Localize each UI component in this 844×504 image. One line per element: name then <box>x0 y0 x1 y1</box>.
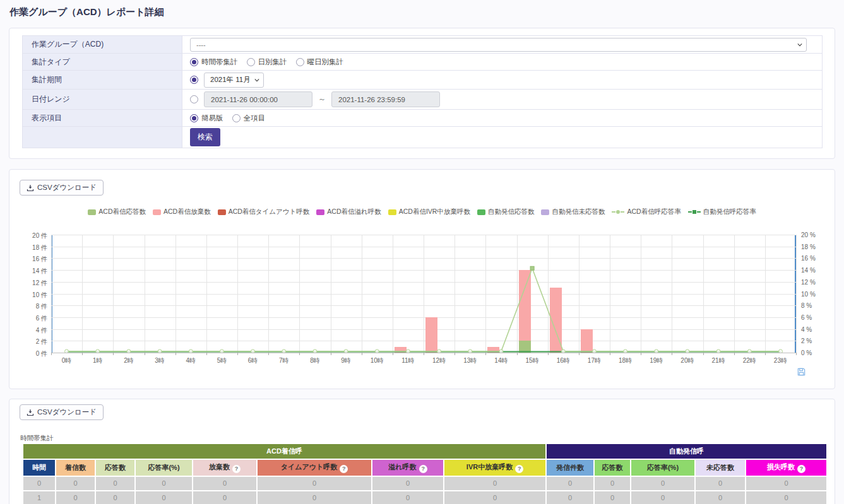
table-column-header: IVR中放棄呼数? <box>444 460 545 476</box>
chevron-down-icon <box>254 78 259 82</box>
table-csv-download-button[interactable]: CSVダウンロード <box>20 404 104 420</box>
table-column-header: 発信件数 <box>547 460 593 476</box>
legend-line-swatch <box>688 211 701 213</box>
chart-legend: ACD着信応答数ACD着信放棄数ACD着信タイムアウト呼数ACD着信溢れ呼数AC… <box>9 208 835 216</box>
radio-daily[interactable] <box>247 58 255 66</box>
x-axis-tick-label: 5時 <box>208 356 235 365</box>
gridline-horizontal <box>51 270 796 271</box>
table-cell: 0 <box>96 491 134 504</box>
date-to-input[interactable]: 2021-11-26 23:59:59 <box>331 91 440 107</box>
table-cell: 0 <box>193 491 256 504</box>
chart-csv-download-button[interactable]: CSVダウンロード <box>20 180 104 196</box>
x-axis-tick <box>734 353 735 355</box>
bar-acd-abandoned <box>581 329 593 353</box>
table-cell: 0 <box>56 491 95 504</box>
left-axis-tick-label: 18 件 <box>18 243 47 252</box>
month-select[interactable]: 2021年 11月 <box>204 73 264 88</box>
legend-item[interactable]: 自動発信呼応答率 <box>688 208 756 216</box>
x-axis-tick <box>393 353 393 355</box>
radio-weekday[interactable] <box>296 58 304 66</box>
legend-item[interactable]: ACD着信IVR中放棄呼数 <box>388 208 470 216</box>
table-column-header: 未応答数 <box>696 460 745 476</box>
radio-daily-label: 日別集計 <box>258 57 287 67</box>
table-column-header: 着信数 <box>56 460 95 476</box>
radio-simple[interactable] <box>190 114 198 122</box>
bar-acd-abandoned <box>487 347 499 353</box>
chart-panel: CSVダウンロード ACD着信応答数ACD着信放棄数ACD着信タイムアウト呼数A… <box>9 169 835 389</box>
left-axis-tick-label: 12 件 <box>18 279 47 288</box>
right-axis-tick-label: 16 % <box>801 255 830 262</box>
x-axis-tick <box>268 353 269 355</box>
table-cell: 0 <box>547 477 593 490</box>
workgroup-label: 作業グループ（ACD) <box>23 36 182 53</box>
legend-item[interactable]: ACD着信呼応答率 <box>612 208 681 216</box>
table-cell: 0 <box>372 477 443 490</box>
radio-period[interactable] <box>190 76 198 84</box>
gridline-horizontal <box>51 329 796 330</box>
table-cell: 0 <box>746 491 826 504</box>
column-header-label: 放棄数 <box>209 463 230 471</box>
legend-swatch <box>316 209 324 215</box>
x-axis-tick <box>641 353 641 355</box>
table-cell: 0 <box>23 477 55 490</box>
table-column-header: 応答数 <box>595 460 630 476</box>
radio-simple-label: 簡易版 <box>201 114 223 123</box>
legend-label: 自動発信応答数 <box>488 208 535 216</box>
help-icon[interactable]: ? <box>515 465 523 473</box>
legend-item[interactable]: 自動発信未応答数 <box>541 208 605 216</box>
gridline-horizontal <box>51 258 796 259</box>
radio-date-range[interactable] <box>190 95 198 103</box>
gridline-horizontal <box>51 305 796 306</box>
legend-item[interactable]: ACD着信タイムアウト呼数 <box>218 208 310 216</box>
table-cell: 0 <box>547 491 593 504</box>
x-axis-tick <box>362 353 362 355</box>
x-axis-tick-label: 2時 <box>115 356 143 365</box>
x-axis-tick <box>51 353 52 355</box>
left-axis-tick-label: 0 件 <box>18 349 47 358</box>
column-header-label: 応答数 <box>105 464 126 471</box>
table-group-header: ACD着信呼 <box>23 444 545 459</box>
legend-item[interactable]: 自動発信応答数 <box>477 208 535 216</box>
x-axis-tick <box>765 353 766 355</box>
column-header-label: 未応答数 <box>706 464 734 471</box>
help-icon[interactable]: ? <box>232 465 241 473</box>
workgroup-select[interactable]: ---- <box>190 38 807 52</box>
right-axis-tick-label: 4 % <box>801 326 830 333</box>
legend-item[interactable]: ACD着信応答数 <box>88 208 146 216</box>
legend-item[interactable]: ACD着信放棄数 <box>153 208 211 216</box>
x-axis-tick-label: 12時 <box>425 356 453 365</box>
radio-hourly[interactable] <box>190 58 198 66</box>
x-axis-tick-label: 22時 <box>735 356 763 365</box>
radio-all-items-label: 全項目 <box>244 114 266 123</box>
table-cell: 0 <box>136 477 192 490</box>
help-icon[interactable]: ? <box>797 465 805 473</box>
search-form: 作業グループ（ACD) ---- 集計タイプ 時間帯集計 日別集計 曜日別集計 … <box>22 35 823 148</box>
aggregation-type-label: 集計タイプ <box>23 54 182 70</box>
help-icon[interactable]: ? <box>419 465 427 473</box>
search-button[interactable]: 検索 <box>190 128 220 146</box>
table-panel: CSVダウンロード 時間帯集計 ACD着信呼自動発信呼 時間着信数応答数応答率(… <box>9 399 835 504</box>
help-icon[interactable]: ? <box>340 465 348 473</box>
save-chart-icon[interactable] <box>797 367 806 377</box>
legend-item[interactable]: ACD着信溢れ呼数 <box>316 208 381 216</box>
right-axis-tick-label: 8 % <box>801 302 830 309</box>
table-cell: 0 <box>96 477 134 490</box>
left-axis-tick-label: 20 件 <box>18 231 47 240</box>
table-row: 1000000000000 <box>23 491 826 504</box>
right-axis-tick-label: 12 % <box>801 279 830 286</box>
date-from-input[interactable]: 2021-11-26 00:00:00 <box>204 91 312 107</box>
radio-all-items[interactable] <box>232 114 241 122</box>
table-cell: 0 <box>258 491 371 504</box>
gridline-horizontal <box>51 282 796 283</box>
x-axis-tick-label: 21時 <box>704 356 732 365</box>
radio-hourly-label: 時間帯集計 <box>201 57 238 67</box>
display-items-label: 表示項目 <box>23 110 182 126</box>
page-title: 作業グループ（ACD）レポート詳細 <box>9 6 164 18</box>
x-axis-tick <box>424 353 424 355</box>
x-axis-tick <box>299 353 300 355</box>
chevron-down-icon <box>797 43 802 47</box>
x-axis-tick <box>672 353 672 355</box>
table-cell: 0 <box>595 477 630 490</box>
x-axis-tick-label: 4時 <box>177 356 205 365</box>
radio-weekday-label: 曜日別集計 <box>307 57 344 67</box>
